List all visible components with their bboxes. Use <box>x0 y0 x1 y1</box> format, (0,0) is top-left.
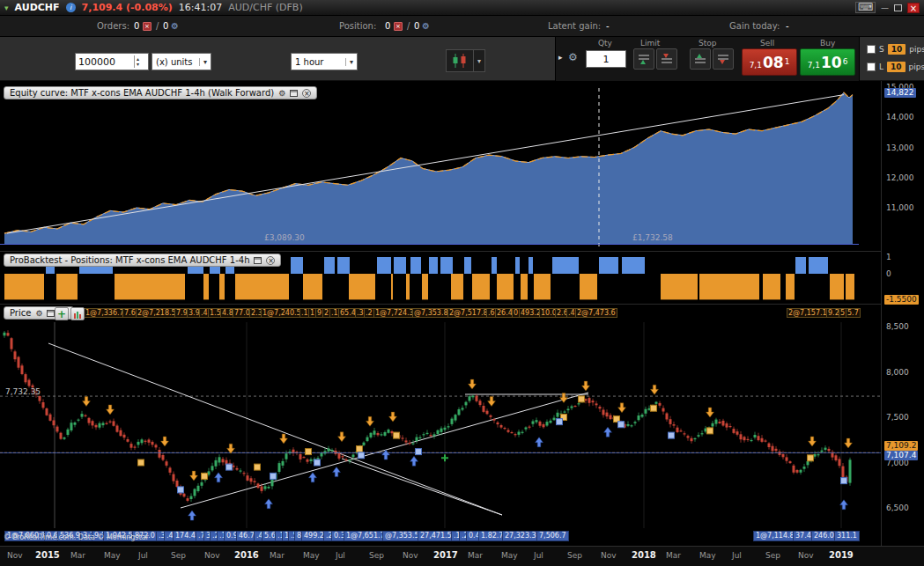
add-indicator-button[interactable]: + <box>55 307 69 320</box>
maximize-button[interactable] <box>894 4 902 11</box>
buy-arrow-marker[interactable] <box>215 473 223 482</box>
stop-pips-value[interactable]: 10 <box>888 44 906 55</box>
position-entry-label[interactable]: 27,323.3 <box>502 531 539 541</box>
orders-settings-icon[interactable]: ⚙ <box>171 21 179 31</box>
short-position-bar[interactable] <box>235 274 289 299</box>
short-position-bar[interactable] <box>391 274 393 299</box>
buy-arrow-marker[interactable] <box>604 427 612 437</box>
pending-sell-marker[interactable] <box>357 446 363 452</box>
pending-buy-marker[interactable] <box>178 487 184 493</box>
short-position-bar[interactable] <box>303 274 322 299</box>
close-button[interactable]: × <box>907 3 920 13</box>
trade-label[interactable]: 2@7,157.1 <box>787 308 829 318</box>
long-position-bar[interactable] <box>795 257 806 274</box>
short-position-bar[interactable] <box>830 274 844 299</box>
minimize-button[interactable]: — <box>881 4 889 12</box>
pending-sell-marker[interactable] <box>255 464 261 470</box>
long-position-bar[interactable] <box>394 257 406 274</box>
sell-arrow-marker[interactable] <box>366 416 374 426</box>
close-panel-icon[interactable]: × <box>266 256 275 265</box>
equity-chart[interactable] <box>0 85 881 249</box>
pending-buy-marker[interactable] <box>226 464 233 470</box>
sell-arrow-marker[interactable] <box>845 438 853 448</box>
info-icon[interactable]: i <box>66 3 76 12</box>
short-position-bar[interactable] <box>56 274 78 299</box>
sell-arrow-marker[interactable] <box>190 471 198 481</box>
detach-window-icon[interactable] <box>290 90 298 97</box>
pending-sell-marker[interactable] <box>808 455 814 461</box>
sell-limit-button[interactable] <box>656 48 677 70</box>
price-axis-column[interactable]: 15,00014,00013,00012,00011,00014,82210-1… <box>881 81 924 546</box>
pending-sell-marker[interactable] <box>306 449 312 455</box>
buy-stop-button[interactable] <box>690 48 711 70</box>
trade-label[interactable]: 5.7 <box>846 308 861 318</box>
sell-arrow-marker[interactable] <box>389 412 397 422</box>
short-position-bar[interactable] <box>4 274 44 299</box>
position-entry-label[interactable]: 1@7,651.7 <box>344 531 388 541</box>
sell-arrow-marker[interactable] <box>809 437 817 446</box>
long-position-bar[interactable] <box>515 257 520 274</box>
long-position-bar[interactable] <box>599 257 618 274</box>
chart-style-button[interactable] <box>446 49 474 72</box>
long-position-bar[interactable] <box>440 257 453 274</box>
sell-arrow-marker[interactable] <box>706 408 714 417</box>
trade-label[interactable]: .2 <box>364 308 374 318</box>
pending-buy-marker[interactable] <box>314 459 321 466</box>
short-position-bar[interactable] <box>406 274 410 299</box>
short-position-bar[interactable] <box>521 274 528 299</box>
pending-buy-marker[interactable] <box>270 473 277 479</box>
long-position-bar[interactable] <box>809 257 828 274</box>
quantity-down-icon[interactable]: ▾ <box>137 62 139 67</box>
position-entry-label[interactable]: 311.1 <box>834 531 860 541</box>
timeframe-select[interactable]: 1 hour ▾ <box>291 53 358 70</box>
short-position-bar[interactable] <box>497 274 514 299</box>
short-position-bar[interactable] <box>699 274 759 299</box>
buy-arrow-marker[interactable] <box>188 511 196 520</box>
trade-label[interactable]: 1@7,336.7 <box>84 308 126 318</box>
limit-checkbox[interactable] <box>867 62 876 71</box>
price-chart[interactable] <box>0 322 881 528</box>
position-entry-label[interactable]: @7,353.5 <box>382 531 422 541</box>
buy-arrow-marker[interactable] <box>309 473 317 482</box>
close-panel-icon[interactable]: × <box>302 89 311 98</box>
position-entry-label[interactable]: 1@7,114.8 <box>753 531 797 541</box>
long-position-bar[interactable] <box>291 257 303 274</box>
keyboard-icon[interactable]: ⌨ <box>855 2 876 13</box>
long-position-bar[interactable] <box>529 257 533 274</box>
short-position-bar[interactable] <box>534 274 551 299</box>
buy-limit-button[interactable] <box>633 48 654 70</box>
instrument-dropdown-icon[interactable]: ▾ <box>4 4 9 12</box>
pending-sell-marker[interactable] <box>138 459 144 466</box>
long-position-bar[interactable] <box>429 257 438 274</box>
sell-arrow-marker[interactable] <box>83 397 91 407</box>
short-position-bar[interactable] <box>349 274 375 299</box>
short-position-bar[interactable] <box>115 274 185 299</box>
long-position-bar[interactable] <box>552 257 579 274</box>
pending-buy-marker[interactable] <box>359 452 365 459</box>
trend-line[interactable] <box>181 393 588 508</box>
pending-buy-marker[interactable] <box>841 478 847 484</box>
detach-window-icon[interactable] <box>254 257 262 264</box>
pending-sell-marker[interactable] <box>651 405 657 411</box>
trade-label[interactable]: 1@7,724.3 <box>373 308 416 318</box>
sell-button[interactable]: 7,1 08 1 <box>742 48 797 76</box>
position-entry-label[interactable]: 27,471.5 <box>418 531 455 541</box>
short-position-bar[interactable] <box>422 274 428 299</box>
time-axis[interactable]: Nov2015MarMayJulSepNov2016MarMayJulSepNo… <box>0 546 924 566</box>
sell-arrow-marker[interactable] <box>107 405 115 415</box>
short-position-bar[interactable] <box>472 274 490 299</box>
stop-checkbox[interactable] <box>867 45 876 54</box>
position-entry-label[interactable]: 174.4 <box>173 531 198 541</box>
cancel-orders-icon[interactable]: × <box>143 22 152 31</box>
trade-label[interactable]: 1@7,240.5 <box>261 308 303 318</box>
units-select[interactable]: (x) units ▾ <box>152 53 211 70</box>
position-settings-icon[interactable]: ⚙ <box>422 21 430 31</box>
sell-arrow-marker[interactable] <box>582 381 590 391</box>
pending-sell-marker[interactable] <box>707 428 713 434</box>
trade-label[interactable]: 2@7,473.6 <box>575 308 617 318</box>
limit-pips-value[interactable]: 10 <box>887 62 906 72</box>
position-entry-label[interactable]: 246.0 <box>811 531 837 541</box>
sell-arrow-marker[interactable] <box>161 437 169 446</box>
pending-sell-marker[interactable] <box>579 396 585 402</box>
buy-arrow-marker[interactable] <box>333 467 341 477</box>
